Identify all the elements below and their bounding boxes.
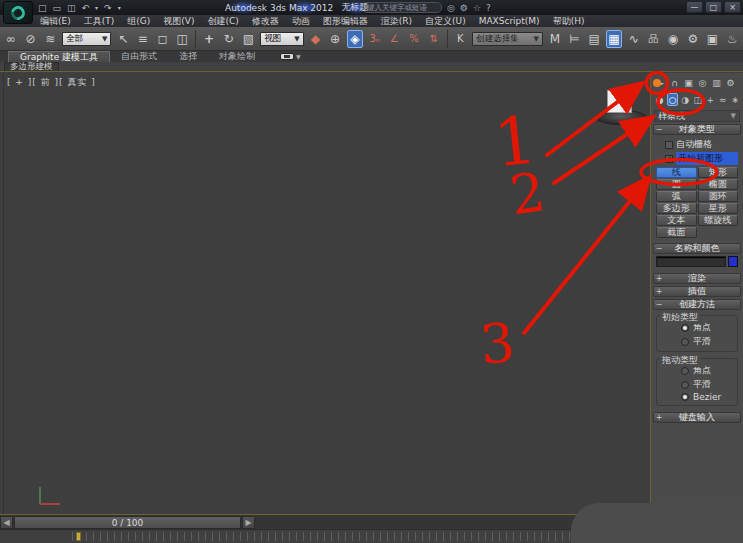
shapes-icon[interactable]: ○ [667, 93, 679, 106]
systems-icon[interactable]: ∗ [730, 93, 742, 106]
menu-maxscript[interactable]: MAXScript(M) [479, 16, 540, 26]
object-name-field[interactable] [656, 256, 726, 267]
material-editor-icon[interactable]: ◉ [665, 30, 681, 48]
menu-graph-editors[interactable]: 图形编辑器 [323, 15, 368, 28]
initial-corner-radio[interactable] [681, 324, 689, 332]
render-production-icon[interactable]: ♨ [724, 30, 740, 48]
menu-tools[interactable]: 工具(T) [84, 15, 115, 28]
align-icon[interactable]: ⊨ [567, 30, 583, 48]
maximize-button[interactable]: □ [705, 1, 722, 13]
select-and-manipulate-icon[interactable]: ◆ [308, 30, 324, 48]
bind-to-space-warp-icon[interactable]: ≋ [42, 30, 58, 48]
select-and-scale-icon[interactable]: ▧ [241, 30, 257, 48]
close-button[interactable]: × [724, 1, 741, 13]
arc-button[interactable]: 弧 [656, 191, 697, 202]
ribbon-minimize-button[interactable]: ▼ [280, 51, 301, 62]
rollout-keyboard-entry-header[interactable]: + 键盘输入 [653, 412, 741, 423]
select-and-rotate-icon[interactable]: ↻ [221, 30, 237, 48]
start-new-shape-checkbox[interactable]: ✓ [665, 155, 673, 163]
graphite-toggle-icon[interactable]: ▦ [606, 30, 622, 48]
section-button[interactable]: 截面 [656, 227, 697, 238]
tab-freeform[interactable]: 自由形式 [110, 51, 168, 62]
save-file-icon[interactable]: ◫ [67, 3, 76, 13]
render-setup-icon[interactable]: ⚙ [685, 30, 701, 48]
open-file-icon[interactable]: ▭ [53, 3, 62, 13]
line-button[interactable]: 线 [656, 167, 697, 178]
tab-polygon-modeling[interactable]: 多边形建模 [4, 62, 59, 71]
menu-customize[interactable]: 自定义(U) [425, 15, 466, 28]
help-icon[interactable]: ? [486, 3, 491, 13]
rectangular-selection-icon[interactable]: ◻ [155, 30, 171, 48]
redo-dropdown-icon[interactable]: ▾ [118, 4, 121, 11]
create-tab-icon[interactable]: ► [654, 76, 667, 89]
selection-filter-dropdown[interactable]: 全部▼ [62, 32, 111, 46]
menu-rendering[interactable]: 渲染(R) [381, 15, 412, 28]
keyboard-override-icon[interactable]: K [453, 30, 469, 48]
drag-corner-radio[interactable] [681, 367, 689, 375]
circle-button[interactable]: 圆 [656, 179, 697, 190]
menu-modifiers[interactable]: 修改器 [252, 15, 279, 28]
rollout-rendering-header[interactable]: + 渲染 [653, 273, 741, 284]
menu-group[interactable]: 组(G) [127, 15, 150, 28]
undo-icon[interactable]: ↶ [82, 3, 90, 13]
schematic-view-icon[interactable]: 品 [646, 30, 662, 48]
display-tab-icon[interactable]: ▥ [710, 76, 723, 89]
tab-object-paint[interactable]: 对象绘制 [208, 51, 266, 62]
space-warps-icon[interactable]: ≈ [717, 93, 729, 106]
hierarchy-tab-icon[interactable]: ▣ [682, 76, 695, 89]
shape-category-dropdown[interactable]: 样条线 ▼ [654, 110, 740, 122]
text-button[interactable]: 文本 [656, 215, 697, 226]
reference-coordinate-dropdown[interactable]: 视图▼ [260, 32, 303, 46]
motion-tab-icon[interactable]: ◎ [696, 76, 709, 89]
donut-button[interactable]: 圆环 [698, 191, 739, 202]
time-slider-handle[interactable]: 0 / 100 [14, 516, 241, 529]
helpers-icon[interactable]: + [704, 93, 716, 106]
window-crossing-icon[interactable]: ◫ [174, 30, 190, 48]
snap-3d-icon[interactable]: 3ₙ [367, 30, 383, 48]
angle-snap-icon[interactable]: ∠ [386, 30, 402, 48]
menu-animation[interactable]: 动画 [292, 15, 310, 28]
select-by-name-icon[interactable]: ≡ [135, 30, 151, 48]
tab-selection[interactable]: 选择 [168, 51, 208, 62]
rollout-creation-method-header[interactable]: − 创建方法 [653, 299, 741, 310]
redo-icon[interactable]: ↷ [104, 3, 112, 13]
autogrid-checkbox[interactable] [665, 141, 673, 149]
favorites-icon[interactable]: ☆ [473, 3, 481, 13]
rendered-frame-icon[interactable]: ▣ [705, 30, 721, 48]
curve-editor-icon[interactable]: ∿ [626, 30, 642, 48]
drag-bezier-radio[interactable] [681, 393, 689, 401]
helix-button[interactable]: 螺旋线 [698, 215, 739, 226]
mirror-icon[interactable]: M [547, 30, 563, 48]
ellipse-button[interactable]: 椭圆 [698, 179, 739, 190]
menu-views[interactable]: 视图(V) [163, 15, 194, 28]
viewport-label[interactable]: [ + ][ 前 ][ 真实 ] [7, 76, 96, 89]
scene-object[interactable]: H! [595, 90, 647, 130]
communication-center-icon[interactable]: ⚙ [460, 3, 468, 13]
object-color-swatch[interactable] [728, 256, 738, 267]
spinner-snap-icon[interactable]: ⇅ [426, 30, 442, 48]
star-button[interactable]: 星形 [698, 203, 739, 214]
named-selection-set-dropdown[interactable]: 创建选择集▼ [472, 32, 543, 46]
3dsmax-logo[interactable] [3, 1, 33, 24]
layer-manager-icon[interactable]: ▤ [586, 30, 602, 48]
menu-help[interactable]: 帮助(H) [553, 15, 585, 28]
next-frame-button[interactable]: ▶ [242, 516, 255, 529]
utilities-tab-icon[interactable]: ⚙ [724, 76, 737, 89]
initial-smooth-radio[interactable] [681, 338, 689, 346]
unlink-selection-icon[interactable]: ⊘ [23, 30, 39, 48]
minimize-button[interactable]: — [686, 1, 703, 13]
previous-frame-button[interactable]: ◀ [0, 516, 13, 529]
geometry-icon[interactable]: ● [654, 93, 666, 106]
select-object-icon[interactable]: ↖ [115, 30, 131, 48]
menu-create[interactable]: 创建(C) [207, 15, 238, 28]
polygon-button[interactable]: 多边形 [656, 203, 697, 214]
rollout-name-color-header[interactable]: − 名称和颜色 [653, 243, 741, 254]
track-bar[interactable] [0, 529, 650, 543]
lights-icon[interactable]: ◑ [679, 93, 691, 106]
drag-smooth-radio[interactable] [681, 381, 689, 389]
modify-tab-icon[interactable]: ∩ [668, 76, 681, 89]
menu-edit[interactable]: 编辑(E) [40, 15, 71, 28]
cameras-icon[interactable]: ◫ [692, 93, 704, 106]
use-pivot-center-icon[interactable]: ⊕ [327, 30, 343, 48]
select-and-move-icon[interactable]: + [201, 30, 217, 48]
